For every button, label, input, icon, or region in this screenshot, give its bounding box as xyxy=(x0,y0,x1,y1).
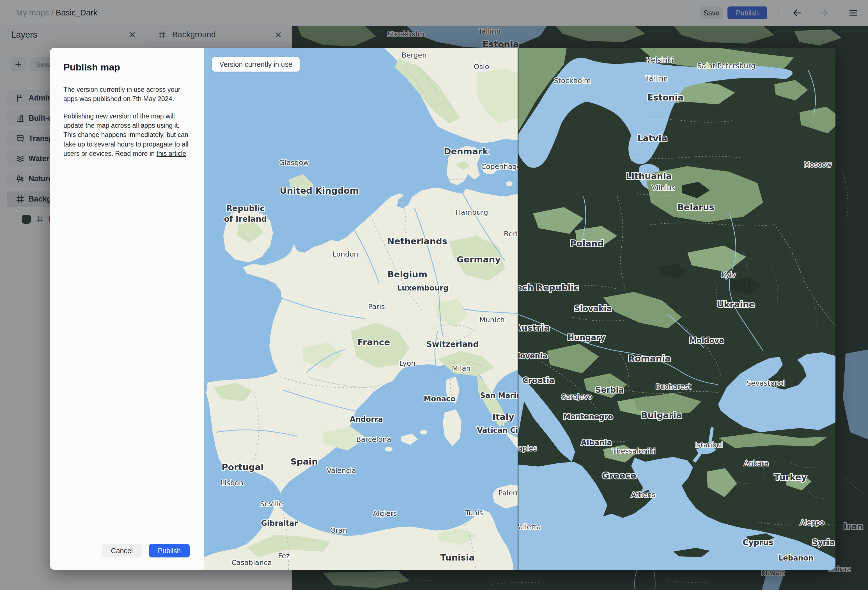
map-label: Barcelona xyxy=(356,435,391,444)
map-label: Netherlands xyxy=(387,236,447,246)
map-label: Germany xyxy=(456,254,500,265)
map-label: United Kingdom xyxy=(280,186,359,196)
map-label: Vatican City xyxy=(477,426,518,435)
map-label: Lyon xyxy=(399,359,415,367)
map-label: Lebanon xyxy=(778,554,813,562)
map-label: Republic xyxy=(226,204,264,213)
map-label: of Ireland xyxy=(224,214,267,224)
publish-dialog-card: Publish map The version currently in use… xyxy=(50,48,204,570)
map-label: Sarajevo xyxy=(561,393,592,401)
map-label: Lithuania xyxy=(626,171,672,181)
map-label: France xyxy=(357,337,390,347)
publish-confirm-button[interactable]: Publish xyxy=(149,544,190,557)
map-label: Naples xyxy=(518,444,537,452)
map-label: Lisbon xyxy=(221,479,244,487)
map-label: Serbia xyxy=(595,385,624,395)
map-label: Montenegro xyxy=(563,413,613,421)
map-label: Latvia xyxy=(637,133,667,143)
map-label: San Marino xyxy=(480,391,518,400)
map-label: Hamburg xyxy=(456,208,488,216)
map-label: Palermo xyxy=(498,489,518,497)
map-label: Belarus xyxy=(677,202,714,212)
map-label: Tallinn xyxy=(645,74,668,83)
map-label: London xyxy=(332,250,358,258)
map-label: Slovakia xyxy=(574,304,611,313)
map-label: Seville xyxy=(260,500,283,508)
map-label: Fez xyxy=(278,552,290,560)
map-label: Ankara xyxy=(744,459,769,467)
publish-dialog: Publish map The version currently in use… xyxy=(50,48,836,570)
map-label: Turkey xyxy=(774,472,807,482)
map-label: Munich xyxy=(480,316,505,324)
map-label: Moldova xyxy=(689,336,724,345)
map-label: Saint Petersburg xyxy=(697,62,755,70)
map-label: Bulgaria xyxy=(641,410,682,420)
map-label: Valencia xyxy=(327,466,356,475)
map-label: Hungary xyxy=(568,333,605,342)
map-label: Poland xyxy=(570,238,604,248)
map-label: Oran xyxy=(330,526,347,534)
map-label: Kyiv xyxy=(721,271,735,279)
map-label: Spain xyxy=(290,456,318,466)
comparison-divider-handle[interactable] xyxy=(518,48,518,570)
map-label: Paris xyxy=(368,303,385,311)
map-label: Austria xyxy=(518,322,550,333)
map-label: Berlin xyxy=(504,230,518,238)
map-label: Switzerland xyxy=(427,340,479,349)
map-label: Sevastopol xyxy=(747,379,785,387)
map-editor-window: StockholmTallinnEstoniaKuwaitShirazIran … xyxy=(0,0,868,590)
map-label: Thessaloniki xyxy=(612,447,655,455)
map-label: Oslo xyxy=(474,63,489,71)
map-label: Slovenia xyxy=(518,352,548,360)
map-label: Albania xyxy=(581,438,612,447)
map-label: Belgium xyxy=(387,269,427,279)
map-label: Vilnius xyxy=(652,184,675,192)
map-version-new[interactable]: HelsinkiSaint PetersburgStockholmTallinn… xyxy=(518,48,836,570)
map-version-current[interactable]: BergenOsloGlasgowLondonCopenhagenHamburg… xyxy=(204,48,518,570)
map-label: Milan xyxy=(452,364,471,373)
map-label: Italy xyxy=(492,412,514,422)
map-label: Stockholm xyxy=(554,77,591,85)
map-label: Monaco xyxy=(424,395,455,403)
map-label: Tunisia xyxy=(440,552,475,562)
version-comparison: BergenOsloGlasgowLondonCopenhagenHamburg… xyxy=(204,48,836,570)
map-label: Bergen xyxy=(402,51,427,59)
map-label: Tunis xyxy=(465,509,483,517)
map-label: Aleppo xyxy=(800,518,824,526)
map-label: Denmark xyxy=(444,146,489,156)
cancel-button[interactable]: Cancel xyxy=(102,544,142,557)
map-label: Athens xyxy=(631,491,655,499)
map-label: Romania xyxy=(628,353,671,364)
map-label: Glasgow xyxy=(279,158,309,167)
map-label: Greece xyxy=(602,470,636,481)
map-label: Syria xyxy=(812,538,835,547)
map-label: Algiers xyxy=(373,509,397,518)
map-label: Valletta xyxy=(518,523,541,531)
map-label: Luxembourg xyxy=(397,284,449,292)
dialog-title: Publish map xyxy=(63,62,191,73)
map-label: Helsinki xyxy=(646,56,673,64)
map-label: Bucharest xyxy=(655,383,691,391)
dialog-paragraph-1: The version currently in use across your… xyxy=(63,85,191,104)
version-current-badge: Version currently in use xyxy=(212,57,300,72)
map-label: Copenhagen xyxy=(481,163,518,171)
map-label: Czech Republic xyxy=(518,282,579,293)
map-label: Ukraine xyxy=(717,299,755,309)
map-label: Istanbul xyxy=(695,441,723,449)
map-label: Casablanca xyxy=(232,559,272,567)
this-article-link[interactable]: this article xyxy=(156,150,186,157)
map-label: Cyprus xyxy=(743,538,773,547)
map-label: Estonia xyxy=(647,92,683,102)
dialog-paragraph-2: Publishing new version of the map will u… xyxy=(63,112,191,158)
map-label: Moscow xyxy=(804,161,831,169)
map-label: Andorra xyxy=(350,415,383,424)
map-label: Croatia xyxy=(523,376,554,385)
map-label: Gibraltar xyxy=(261,519,298,527)
map-label: Portugal xyxy=(221,462,264,472)
